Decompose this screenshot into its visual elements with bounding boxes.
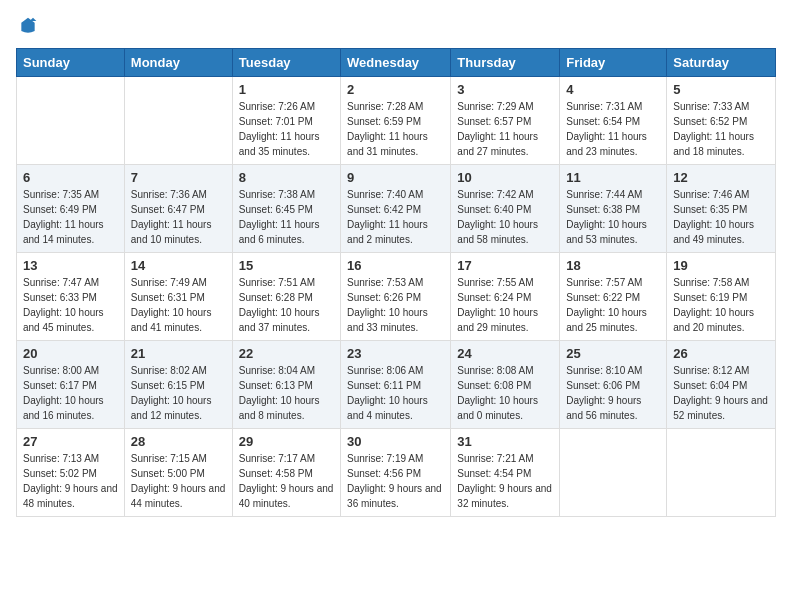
calendar-cell: 29Sunrise: 7:17 AM Sunset: 4:58 PM Dayli… xyxy=(232,429,340,517)
day-number: 16 xyxy=(347,258,444,273)
day-detail: Sunrise: 7:47 AM Sunset: 6:33 PM Dayligh… xyxy=(23,275,118,335)
day-number: 3 xyxy=(457,82,553,97)
day-detail: Sunrise: 7:40 AM Sunset: 6:42 PM Dayligh… xyxy=(347,187,444,247)
day-header-friday: Friday xyxy=(560,49,667,77)
calendar-cell: 1Sunrise: 7:26 AM Sunset: 7:01 PM Daylig… xyxy=(232,77,340,165)
day-detail: Sunrise: 7:21 AM Sunset: 4:54 PM Dayligh… xyxy=(457,451,553,511)
day-number: 2 xyxy=(347,82,444,97)
day-number: 22 xyxy=(239,346,334,361)
calendar-cell: 3Sunrise: 7:29 AM Sunset: 6:57 PM Daylig… xyxy=(451,77,560,165)
calendar-cell: 14Sunrise: 7:49 AM Sunset: 6:31 PM Dayli… xyxy=(124,253,232,341)
day-detail: Sunrise: 7:42 AM Sunset: 6:40 PM Dayligh… xyxy=(457,187,553,247)
calendar-week-row: 20Sunrise: 8:00 AM Sunset: 6:17 PM Dayli… xyxy=(17,341,776,429)
calendar-cell xyxy=(17,77,125,165)
day-detail: Sunrise: 7:58 AM Sunset: 6:19 PM Dayligh… xyxy=(673,275,769,335)
calendar-cell: 11Sunrise: 7:44 AM Sunset: 6:38 PM Dayli… xyxy=(560,165,667,253)
day-number: 17 xyxy=(457,258,553,273)
day-number: 11 xyxy=(566,170,660,185)
day-detail: Sunrise: 7:35 AM Sunset: 6:49 PM Dayligh… xyxy=(23,187,118,247)
day-detail: Sunrise: 8:06 AM Sunset: 6:11 PM Dayligh… xyxy=(347,363,444,423)
day-detail: Sunrise: 7:55 AM Sunset: 6:24 PM Dayligh… xyxy=(457,275,553,335)
day-detail: Sunrise: 7:29 AM Sunset: 6:57 PM Dayligh… xyxy=(457,99,553,159)
day-detail: Sunrise: 7:13 AM Sunset: 5:02 PM Dayligh… xyxy=(23,451,118,511)
calendar-header-row: SundayMondayTuesdayWednesdayThursdayFrid… xyxy=(17,49,776,77)
calendar-cell: 8Sunrise: 7:38 AM Sunset: 6:45 PM Daylig… xyxy=(232,165,340,253)
day-detail: Sunrise: 7:33 AM Sunset: 6:52 PM Dayligh… xyxy=(673,99,769,159)
calendar-week-row: 6Sunrise: 7:35 AM Sunset: 6:49 PM Daylig… xyxy=(17,165,776,253)
calendar-cell: 9Sunrise: 7:40 AM Sunset: 6:42 PM Daylig… xyxy=(341,165,451,253)
day-detail: Sunrise: 7:26 AM Sunset: 7:01 PM Dayligh… xyxy=(239,99,334,159)
calendar-cell: 13Sunrise: 7:47 AM Sunset: 6:33 PM Dayli… xyxy=(17,253,125,341)
day-header-tuesday: Tuesday xyxy=(232,49,340,77)
calendar-cell: 27Sunrise: 7:13 AM Sunset: 5:02 PM Dayli… xyxy=(17,429,125,517)
day-number: 15 xyxy=(239,258,334,273)
day-number: 1 xyxy=(239,82,334,97)
calendar-cell: 12Sunrise: 7:46 AM Sunset: 6:35 PM Dayli… xyxy=(667,165,776,253)
day-detail: Sunrise: 7:46 AM Sunset: 6:35 PM Dayligh… xyxy=(673,187,769,247)
day-number: 20 xyxy=(23,346,118,361)
day-header-sunday: Sunday xyxy=(17,49,125,77)
calendar-cell: 28Sunrise: 7:15 AM Sunset: 5:00 PM Dayli… xyxy=(124,429,232,517)
day-number: 26 xyxy=(673,346,769,361)
day-detail: Sunrise: 8:12 AM Sunset: 6:04 PM Dayligh… xyxy=(673,363,769,423)
day-number: 7 xyxy=(131,170,226,185)
day-number: 27 xyxy=(23,434,118,449)
calendar-cell xyxy=(560,429,667,517)
day-header-monday: Monday xyxy=(124,49,232,77)
day-number: 30 xyxy=(347,434,444,449)
day-header-wednesday: Wednesday xyxy=(341,49,451,77)
day-number: 24 xyxy=(457,346,553,361)
calendar-week-row: 27Sunrise: 7:13 AM Sunset: 5:02 PM Dayli… xyxy=(17,429,776,517)
calendar-cell: 20Sunrise: 8:00 AM Sunset: 6:17 PM Dayli… xyxy=(17,341,125,429)
day-detail: Sunrise: 8:02 AM Sunset: 6:15 PM Dayligh… xyxy=(131,363,226,423)
day-number: 31 xyxy=(457,434,553,449)
calendar-week-row: 1Sunrise: 7:26 AM Sunset: 7:01 PM Daylig… xyxy=(17,77,776,165)
day-number: 18 xyxy=(566,258,660,273)
day-detail: Sunrise: 7:28 AM Sunset: 6:59 PM Dayligh… xyxy=(347,99,444,159)
day-number: 6 xyxy=(23,170,118,185)
day-detail: Sunrise: 7:57 AM Sunset: 6:22 PM Dayligh… xyxy=(566,275,660,335)
day-detail: Sunrise: 8:04 AM Sunset: 6:13 PM Dayligh… xyxy=(239,363,334,423)
day-number: 14 xyxy=(131,258,226,273)
day-detail: Sunrise: 7:15 AM Sunset: 5:00 PM Dayligh… xyxy=(131,451,226,511)
day-number: 4 xyxy=(566,82,660,97)
day-detail: Sunrise: 8:10 AM Sunset: 6:06 PM Dayligh… xyxy=(566,363,660,423)
day-number: 9 xyxy=(347,170,444,185)
day-number: 23 xyxy=(347,346,444,361)
calendar-cell: 5Sunrise: 7:33 AM Sunset: 6:52 PM Daylig… xyxy=(667,77,776,165)
calendar-cell xyxy=(667,429,776,517)
calendar-cell: 15Sunrise: 7:51 AM Sunset: 6:28 PM Dayli… xyxy=(232,253,340,341)
day-number: 25 xyxy=(566,346,660,361)
calendar-cell: 4Sunrise: 7:31 AM Sunset: 6:54 PM Daylig… xyxy=(560,77,667,165)
day-detail: Sunrise: 7:44 AM Sunset: 6:38 PM Dayligh… xyxy=(566,187,660,247)
day-number: 28 xyxy=(131,434,226,449)
calendar-cell: 16Sunrise: 7:53 AM Sunset: 6:26 PM Dayli… xyxy=(341,253,451,341)
logo-icon xyxy=(18,16,38,36)
logo xyxy=(16,16,38,36)
calendar-cell: 22Sunrise: 8:04 AM Sunset: 6:13 PM Dayli… xyxy=(232,341,340,429)
day-number: 10 xyxy=(457,170,553,185)
day-detail: Sunrise: 8:00 AM Sunset: 6:17 PM Dayligh… xyxy=(23,363,118,423)
calendar-cell xyxy=(124,77,232,165)
day-detail: Sunrise: 8:08 AM Sunset: 6:08 PM Dayligh… xyxy=(457,363,553,423)
day-number: 29 xyxy=(239,434,334,449)
day-header-saturday: Saturday xyxy=(667,49,776,77)
calendar-cell: 21Sunrise: 8:02 AM Sunset: 6:15 PM Dayli… xyxy=(124,341,232,429)
day-detail: Sunrise: 7:19 AM Sunset: 4:56 PM Dayligh… xyxy=(347,451,444,511)
day-number: 12 xyxy=(673,170,769,185)
calendar-cell: 31Sunrise: 7:21 AM Sunset: 4:54 PM Dayli… xyxy=(451,429,560,517)
calendar-table: SundayMondayTuesdayWednesdayThursdayFrid… xyxy=(16,48,776,517)
day-number: 8 xyxy=(239,170,334,185)
calendar-cell: 17Sunrise: 7:55 AM Sunset: 6:24 PM Dayli… xyxy=(451,253,560,341)
calendar-cell: 25Sunrise: 8:10 AM Sunset: 6:06 PM Dayli… xyxy=(560,341,667,429)
day-number: 13 xyxy=(23,258,118,273)
calendar-cell: 19Sunrise: 7:58 AM Sunset: 6:19 PM Dayli… xyxy=(667,253,776,341)
day-number: 19 xyxy=(673,258,769,273)
day-detail: Sunrise: 7:31 AM Sunset: 6:54 PM Dayligh… xyxy=(566,99,660,159)
day-header-thursday: Thursday xyxy=(451,49,560,77)
calendar-cell: 18Sunrise: 7:57 AM Sunset: 6:22 PM Dayli… xyxy=(560,253,667,341)
calendar-cell: 23Sunrise: 8:06 AM Sunset: 6:11 PM Dayli… xyxy=(341,341,451,429)
day-detail: Sunrise: 7:53 AM Sunset: 6:26 PM Dayligh… xyxy=(347,275,444,335)
day-detail: Sunrise: 7:36 AM Sunset: 6:47 PM Dayligh… xyxy=(131,187,226,247)
day-detail: Sunrise: 7:51 AM Sunset: 6:28 PM Dayligh… xyxy=(239,275,334,335)
